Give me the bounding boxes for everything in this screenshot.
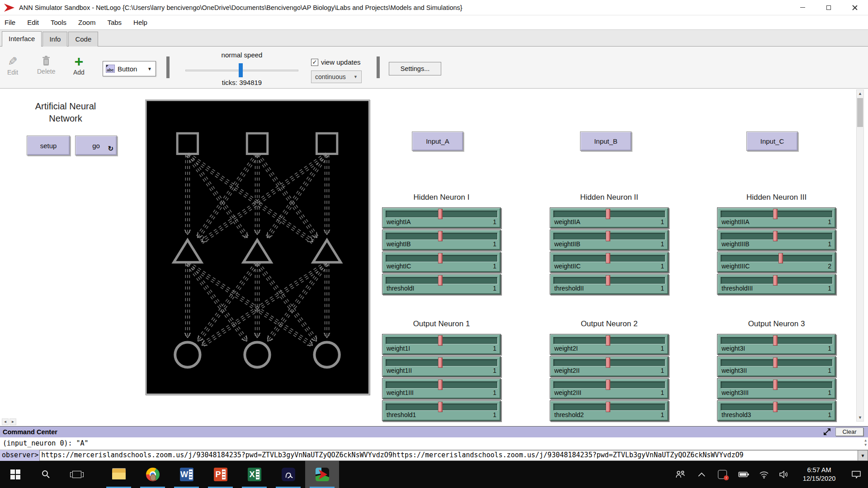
network-button[interactable] [754,461,774,488]
tray-overflow-button[interactable] [692,461,712,488]
slider-track[interactable] [386,211,497,217]
scroll-down-icon[interactable]: ▼ [857,414,863,421]
widget-type-select[interactable]: abc Button ▼ [103,61,156,76]
slider-handle[interactable] [778,253,783,263]
acrobat-button[interactable] [271,461,305,488]
history-dropdown-button[interactable]: ▼ [858,450,868,461]
speed-slider-handle[interactable] [239,63,243,77]
tab-code[interactable]: Code [68,32,98,47]
slider-handle[interactable] [438,253,443,263]
slider-track[interactable] [386,404,497,410]
slider-weight3I[interactable]: weight3I 1 [717,334,836,355]
people-button[interactable] [670,461,692,488]
slider-thresholdII[interactable]: thresholdII 1 [550,274,669,295]
slider-track[interactable] [386,233,497,239]
slider-weightIIIC[interactable]: weightIIIC 2 [717,252,836,272]
clear-button[interactable]: Clear [835,427,863,436]
slider-weight3III[interactable]: weight3III 1 [717,378,836,399]
slider-weight3II[interactable]: weight3II 1 [717,356,836,377]
slider-weightIC[interactable]: weightIC 1 [382,252,501,272]
slider-track[interactable] [721,359,832,366]
slider-track[interactable] [386,381,497,388]
slider-track[interactable] [386,337,497,344]
menu-zoom[interactable]: Zoom [78,19,95,26]
slider-handle[interactable] [438,402,443,412]
slider-threshold1[interactable]: threshold1 1 [382,400,501,421]
horizontal-scrollbar[interactable]: ◄ ► [2,418,16,425]
slider-handle[interactable] [606,253,610,263]
slider-handle[interactable] [606,209,610,219]
output-scrollbar[interactable]: ▲▼ [864,438,867,448]
tab-interface[interactable]: Interface [2,31,42,47]
menu-tabs[interactable]: Tabs [107,19,122,26]
slider-track[interactable] [386,359,497,366]
slider-handle[interactable] [606,357,610,368]
slider-track[interactable] [721,211,832,217]
slider-handle[interactable] [606,231,610,241]
battery-button[interactable] [733,461,754,488]
volume-button[interactable] [774,461,794,488]
slider-handle[interactable] [438,380,443,390]
view-updates-checkbox[interactable]: ✓ [311,59,318,66]
search-button[interactable] [31,461,61,488]
slider-handle[interactable] [438,357,443,368]
tab-info[interactable]: Info [42,32,67,47]
action-center-button[interactable] [844,461,868,488]
maximize-button[interactable] [816,0,842,15]
setup-button[interactable]: setup [27,136,70,155]
vertical-scrollbar[interactable]: ▲ ▼ [856,89,864,422]
slider-weight1I[interactable]: weight1I 1 [382,334,501,355]
menu-file[interactable]: File [5,19,15,26]
start-button[interactable] [0,461,31,488]
input-button-input_a[interactable]: Input_A [412,131,463,151]
slider-track[interactable] [553,337,665,344]
slider-track[interactable] [553,211,665,217]
clock[interactable]: 6:57 AM 12/15/2020 [794,461,844,488]
slider-track[interactable] [553,233,665,239]
input-button-input_b[interactable]: Input_B [580,131,632,151]
slider-handle[interactable] [773,402,778,412]
slider-handle[interactable] [438,275,443,286]
slider-handle[interactable] [606,380,610,390]
slider-track[interactable] [721,337,832,344]
excel-button[interactable]: X [237,461,271,488]
slider-track[interactable] [721,404,832,410]
slider-weightIIIA[interactable]: weightIIIA 1 [717,207,836,228]
menu-help[interactable]: Help [133,19,147,26]
input-button-input_c[interactable]: Input_C [746,131,798,151]
slider-handle[interactable] [606,335,610,346]
slider-handle[interactable] [438,335,443,346]
slider-weightIB[interactable]: weightIB 1 [382,230,501,250]
slider-threshold2[interactable]: threshold2 1 [550,400,669,421]
slider-handle[interactable] [773,357,778,368]
slider-threshold3[interactable]: threshold3 1 [717,400,836,421]
slider-weightIA[interactable]: weightIA 1 [382,207,501,228]
slider-handle[interactable] [773,380,778,390]
slider-handle[interactable] [606,402,610,412]
slider-thresholdIII[interactable]: thresholdIII 1 [717,274,836,295]
slider-track[interactable] [553,277,665,284]
slider-thresholdI[interactable]: thresholdI 1 [382,274,501,295]
slider-weightIIIB[interactable]: weightIIIB 1 [717,230,836,250]
slider-track[interactable] [721,255,832,262]
slider-track[interactable] [721,277,832,284]
slider-track[interactable] [721,381,832,388]
add-button[interactable]: + Add [73,56,85,76]
slider-track[interactable] [553,255,665,262]
chrome-button[interactable] [136,461,170,488]
task-view-button[interactable] [61,461,92,488]
slider-weight1II[interactable]: weight1II 1 [382,356,501,377]
powerpoint-button[interactable]: P [203,461,237,488]
slider-track[interactable] [721,233,832,239]
notification-app-button[interactable]: ! [712,461,733,488]
menu-edit[interactable]: Edit [27,19,39,26]
slider-handle[interactable] [773,335,778,346]
slider-handle[interactable] [438,209,443,219]
minimize-button[interactable] [789,0,816,15]
expand-icon[interactable] [823,428,831,436]
slider-track[interactable] [553,381,665,388]
slider-handle[interactable] [773,231,778,241]
slider-track[interactable] [553,404,665,410]
scrollbar-thumb[interactable] [857,98,863,127]
settings-button[interactable]: Settings... [389,62,441,75]
